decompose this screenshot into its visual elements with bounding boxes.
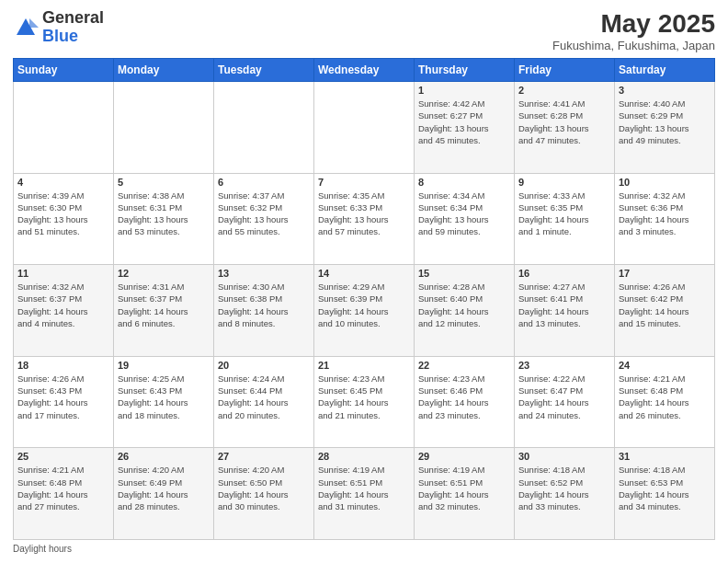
calendar-cell [14,82,114,174]
calendar-cell: 5Sunrise: 4:38 AM Sunset: 6:31 PM Daylig… [114,173,214,265]
calendar-week-row: 25Sunrise: 4:21 AM Sunset: 6:48 PM Dayli… [14,448,715,540]
calendar-week-row: 1Sunrise: 4:42 AM Sunset: 6:27 PM Daylig… [14,82,715,174]
day-info: Sunrise: 4:39 AM Sunset: 6:30 PM Dayligh… [17,190,109,238]
day-number: 16 [518,268,610,279]
day-info: Sunrise: 4:37 AM Sunset: 6:32 PM Dayligh… [218,190,310,238]
logo-blue: Blue [42,28,104,46]
calendar-cell: 10Sunrise: 4:32 AM Sunset: 6:36 PM Dayli… [615,173,715,265]
day-number: 5 [118,177,210,188]
day-info: Sunrise: 4:32 AM Sunset: 6:36 PM Dayligh… [619,190,711,238]
day-info: Sunrise: 4:20 AM Sunset: 6:49 PM Dayligh… [118,464,210,512]
day-number: 8 [418,177,510,188]
calendar-cell: 21Sunrise: 4:23 AM Sunset: 6:45 PM Dayli… [314,356,415,448]
calendar-cell: 16Sunrise: 4:27 AM Sunset: 6:41 PM Dayli… [515,265,615,357]
day-info: Sunrise: 4:23 AM Sunset: 6:46 PM Dayligh… [418,373,510,421]
calendar-cell: 8Sunrise: 4:34 AM Sunset: 6:34 PM Daylig… [415,173,515,265]
calendar-cell: 6Sunrise: 4:37 AM Sunset: 6:32 PM Daylig… [214,173,314,265]
calendar-cell: 26Sunrise: 4:20 AM Sunset: 6:49 PM Dayli… [114,448,214,540]
day-info: Sunrise: 4:34 AM Sunset: 6:34 PM Dayligh… [418,190,510,238]
page: General Blue May 2025 Fukushima, Fukushi… [0,0,728,563]
location-subtitle: Fukushima, Fukushima, Japan [552,39,715,52]
day-number: 2 [518,85,610,96]
day-info: Sunrise: 4:20 AM Sunset: 6:50 PM Dayligh… [218,464,310,512]
col-header-tuesday: Tuesday [214,59,314,82]
day-number: 18 [17,360,109,371]
calendar-week-row: 4Sunrise: 4:39 AM Sunset: 6:30 PM Daylig… [14,173,715,265]
calendar-cell: 20Sunrise: 4:24 AM Sunset: 6:44 PM Dayli… [214,356,314,448]
calendar-cell: 15Sunrise: 4:28 AM Sunset: 6:40 PM Dayli… [415,265,515,357]
calendar-cell [114,82,214,174]
day-info: Sunrise: 4:40 AM Sunset: 6:29 PM Dayligh… [619,98,711,146]
day-info: Sunrise: 4:27 AM Sunset: 6:41 PM Dayligh… [518,281,610,329]
day-info: Sunrise: 4:28 AM Sunset: 6:40 PM Dayligh… [418,281,510,329]
day-number: 23 [518,360,610,371]
day-number: 4 [17,177,109,188]
day-number: 26 [118,451,210,462]
day-info: Sunrise: 4:29 AM Sunset: 6:39 PM Dayligh… [318,281,410,329]
day-info: Sunrise: 4:26 AM Sunset: 6:43 PM Dayligh… [17,373,109,421]
logo-icon [13,15,39,40]
calendar-cell: 11Sunrise: 4:32 AM Sunset: 6:37 PM Dayli… [14,265,114,357]
col-header-saturday: Saturday [615,59,715,82]
calendar-cell: 24Sunrise: 4:21 AM Sunset: 6:48 PM Dayli… [615,356,715,448]
day-number: 17 [619,268,711,279]
day-number: 27 [218,451,310,462]
calendar-cell: 1Sunrise: 4:42 AM Sunset: 6:27 PM Daylig… [415,82,515,174]
day-number: 29 [418,451,510,462]
calendar-cell: 29Sunrise: 4:19 AM Sunset: 6:51 PM Dayli… [415,448,515,540]
footer: Daylight hours [13,544,715,554]
day-number: 20 [218,360,310,371]
day-info: Sunrise: 4:18 AM Sunset: 6:53 PM Dayligh… [619,464,711,512]
day-number: 6 [218,177,310,188]
calendar-cell: 2Sunrise: 4:41 AM Sunset: 6:28 PM Daylig… [515,82,615,174]
calendar-cell [314,82,415,174]
calendar-cell: 17Sunrise: 4:26 AM Sunset: 6:42 PM Dayli… [615,265,715,357]
day-number: 28 [318,451,410,462]
day-info: Sunrise: 4:21 AM Sunset: 6:48 PM Dayligh… [619,373,711,421]
calendar-cell: 14Sunrise: 4:29 AM Sunset: 6:39 PM Dayli… [314,265,415,357]
calendar-cell: 3Sunrise: 4:40 AM Sunset: 6:29 PM Daylig… [615,82,715,174]
day-info: Sunrise: 4:32 AM Sunset: 6:37 PM Dayligh… [17,281,109,329]
calendar-cell: 30Sunrise: 4:18 AM Sunset: 6:52 PM Dayli… [515,448,615,540]
day-number: 25 [17,451,109,462]
day-info: Sunrise: 4:19 AM Sunset: 6:51 PM Dayligh… [318,464,410,512]
day-number: 9 [518,177,610,188]
col-header-friday: Friday [515,59,615,82]
calendar-cell: 19Sunrise: 4:25 AM Sunset: 6:43 PM Dayli… [114,356,214,448]
col-header-sunday: Sunday [14,59,114,82]
day-info: Sunrise: 4:18 AM Sunset: 6:52 PM Dayligh… [518,464,610,512]
day-number: 3 [619,85,711,96]
logo-text: General Blue [42,9,104,46]
day-number: 1 [418,85,510,96]
day-info: Sunrise: 4:35 AM Sunset: 6:33 PM Dayligh… [318,190,410,238]
calendar-cell: 22Sunrise: 4:23 AM Sunset: 6:46 PM Dayli… [415,356,515,448]
day-number: 24 [619,360,711,371]
day-number: 11 [17,268,109,279]
day-info: Sunrise: 4:22 AM Sunset: 6:47 PM Dayligh… [518,373,610,421]
calendar-week-row: 18Sunrise: 4:26 AM Sunset: 6:43 PM Dayli… [14,356,715,448]
day-info: Sunrise: 4:33 AM Sunset: 6:35 PM Dayligh… [518,190,610,238]
day-info: Sunrise: 4:42 AM Sunset: 6:27 PM Dayligh… [418,98,510,146]
calendar-header-row: SundayMondayTuesdayWednesdayThursdayFrid… [14,59,715,82]
day-number: 15 [418,268,510,279]
calendar-cell: 4Sunrise: 4:39 AM Sunset: 6:30 PM Daylig… [14,173,114,265]
daylight-label: Daylight hours [13,544,72,554]
day-number: 22 [418,360,510,371]
calendar-cell: 9Sunrise: 4:33 AM Sunset: 6:35 PM Daylig… [515,173,615,265]
col-header-monday: Monday [114,59,214,82]
day-number: 10 [619,177,711,188]
calendar-table: SundayMondayTuesdayWednesdayThursdayFrid… [13,58,715,540]
day-info: Sunrise: 4:26 AM Sunset: 6:42 PM Dayligh… [619,281,711,329]
col-header-thursday: Thursday [415,59,515,82]
header: General Blue May 2025 Fukushima, Fukushi… [13,9,715,52]
day-number: 21 [318,360,410,371]
day-info: Sunrise: 4:24 AM Sunset: 6:44 PM Dayligh… [218,373,310,421]
day-info: Sunrise: 4:41 AM Sunset: 6:28 PM Dayligh… [518,98,610,146]
day-info: Sunrise: 4:19 AM Sunset: 6:51 PM Dayligh… [418,464,510,512]
svg-marker-1 [29,18,39,28]
calendar-week-row: 11Sunrise: 4:32 AM Sunset: 6:37 PM Dayli… [14,265,715,357]
col-header-wednesday: Wednesday [314,59,415,82]
day-info: Sunrise: 4:30 AM Sunset: 6:38 PM Dayligh… [218,281,310,329]
month-title: May 2025 [552,9,715,39]
day-info: Sunrise: 4:31 AM Sunset: 6:37 PM Dayligh… [118,281,210,329]
